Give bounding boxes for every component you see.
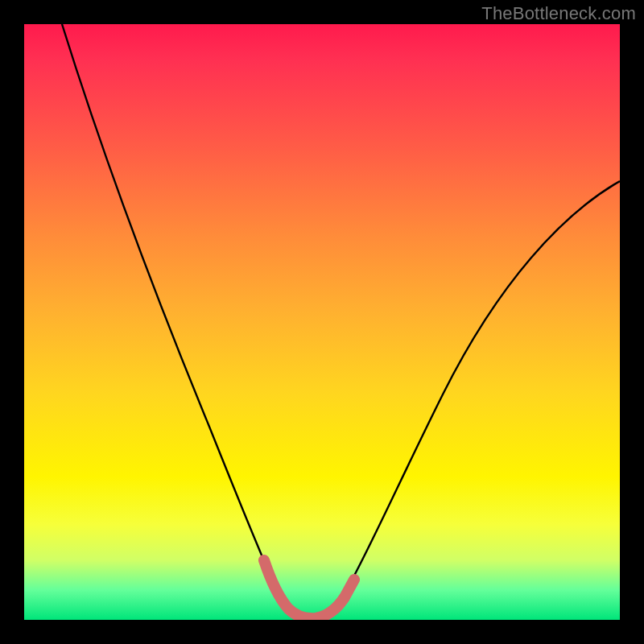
watermark-text: TheBottleneck.com [481, 3, 636, 24]
curve-layer [24, 24, 620, 620]
bottleneck-curve [62, 24, 620, 617]
highlight-overlay [264, 560, 354, 618]
chart-frame: TheBottleneck.com [0, 0, 644, 644]
plot-area [24, 24, 620, 620]
